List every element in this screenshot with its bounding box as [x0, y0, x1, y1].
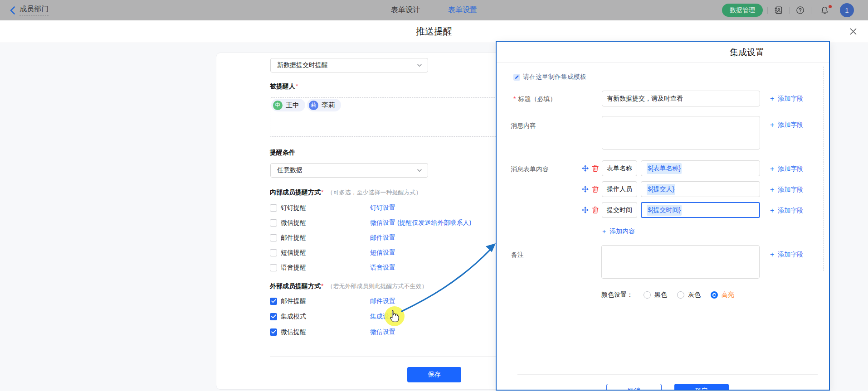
- help-icon[interactable]: [796, 6, 804, 14]
- member-avatar: 莉: [309, 101, 318, 110]
- row-actions: [582, 207, 599, 213]
- method-label: 短信提醒: [281, 249, 370, 257]
- title-field-value: 有新数据提交，请及时查看: [607, 95, 683, 103]
- method-row-email: 邮件提醒 邮件设置: [270, 234, 395, 241]
- field-token: ${提交时间}: [647, 205, 682, 216]
- integration-settings-link[interactable]: 集成设置: [370, 313, 395, 321]
- close-icon[interactable]: [847, 24, 859, 39]
- integration-checkbox[interactable]: [270, 313, 277, 320]
- add-field-link[interactable]: +添加字段: [770, 121, 803, 129]
- delete-icon[interactable]: [592, 165, 599, 172]
- wechat-settings-link[interactable]: 微信设置 (提醒仅发送给外部联系人): [370, 219, 471, 227]
- add-field-link[interactable]: +添加字段: [770, 186, 803, 194]
- integration-settings-panel: 集成设置 请在这里制作集成模板 *标题（必填） 有新数据提交，请及时查看 +添加…: [496, 41, 830, 391]
- title-field-label: *标题（必填）: [513, 95, 556, 102]
- reminded-people-label: 被提醒人*: [270, 83, 298, 90]
- modal-title: 推送提醒: [0, 20, 868, 43]
- method-label: 微信提醒: [281, 328, 370, 336]
- tab-form-design[interactable]: 表单设计: [391, 5, 420, 15]
- member-name: 王中: [286, 101, 299, 110]
- drag-move-icon[interactable]: [582, 165, 589, 172]
- form-row-value-input[interactable]: ${提交人}: [641, 181, 760, 197]
- save-button[interactable]: 保存: [407, 367, 461, 382]
- divider: [811, 7, 811, 14]
- add-field-link[interactable]: +添加字段: [770, 207, 803, 215]
- member-chip[interactable]: 莉 李莉: [307, 99, 341, 111]
- confirm-button[interactable]: 确定: [674, 384, 729, 391]
- modal-header: 推送提醒: [0, 20, 868, 43]
- wechat-checkbox[interactable]: [270, 219, 277, 227]
- divider: [789, 7, 790, 14]
- template-hint-text: 请在这里制作集成模板: [523, 73, 586, 81]
- color-setting-row: 颜色设置： 黑色 灰色 高亮: [601, 291, 734, 299]
- method-label: 邮件提醒: [281, 234, 370, 242]
- field-token: ${提交人}: [647, 184, 675, 195]
- page-body: 新数据提交时提醒 被提醒人* 中 王中 莉 李莉 提醒条件 任意数据 内部成员提…: [0, 43, 868, 391]
- remark-field-textarea[interactable]: [601, 245, 760, 279]
- sms-settings-link[interactable]: 短信设置: [370, 249, 395, 257]
- remark-field-label: 备注: [511, 251, 524, 258]
- cancel-button[interactable]: 取消: [606, 384, 662, 391]
- drag-move-icon[interactable]: [582, 186, 589, 193]
- notification-bell-icon[interactable]: [821, 6, 829, 14]
- divider: [767, 7, 768, 14]
- field-token: ${表单名称}: [647, 163, 682, 174]
- method-row-sms: 短信提醒 短信设置: [270, 249, 395, 256]
- notification-dot: [829, 5, 832, 8]
- dingtalk-settings-link[interactable]: 钉钉设置: [370, 204, 395, 212]
- add-content-link[interactable]: +添加内容: [602, 227, 635, 236]
- ext-email-settings-link[interactable]: 邮件设置: [370, 297, 395, 305]
- method-row-ext-email: 邮件提醒 邮件设置: [270, 297, 395, 305]
- color-highlight-radio[interactable]: [711, 291, 718, 299]
- form-row-key-input[interactable]: 表单名称: [602, 160, 637, 176]
- form-row-key: 提交时间: [607, 206, 632, 214]
- method-label: 集成模式: [281, 313, 370, 321]
- dingtalk-checkbox[interactable]: [270, 204, 277, 212]
- message-field-textarea[interactable]: [602, 116, 760, 150]
- avatar[interactable]: 1: [840, 3, 854, 17]
- title-field-input[interactable]: 有新数据提交，请及时查看: [602, 91, 760, 106]
- email-settings-link[interactable]: 邮件设置: [370, 234, 395, 242]
- condition-select[interactable]: 任意数据: [270, 163, 428, 178]
- form-row-value-input-focused[interactable]: ${提交时间}: [641, 202, 760, 218]
- tab-form-settings[interactable]: 表单设置: [448, 5, 477, 15]
- method-row-voice: 语音提醒 语音设置: [270, 264, 395, 271]
- form-content-label: 消息表单内容: [511, 165, 549, 173]
- email-checkbox[interactable]: [270, 234, 277, 241]
- color-gray-radio[interactable]: [677, 291, 684, 299]
- pencil-icon: [513, 74, 520, 81]
- color-gray-label: 灰色: [688, 291, 701, 299]
- form-row-key-input[interactable]: 提交时间: [602, 202, 637, 218]
- external-methods-label: 外部成员提醒方式*（若无外部成员则此提醒方式不生效）: [270, 283, 427, 290]
- voice-settings-link[interactable]: 语音设置: [370, 264, 395, 272]
- voice-checkbox[interactable]: [270, 264, 277, 271]
- internal-methods-note: （可多选，至少选择一种提醒方式）: [327, 189, 421, 196]
- form-row-value-input[interactable]: ${表单名称}: [641, 160, 760, 176]
- add-field-link[interactable]: +添加字段: [770, 251, 803, 259]
- internal-methods-label: 内部成员提醒方式*（可多选，至少选择一种提醒方式）: [270, 189, 421, 196]
- drag-move-icon[interactable]: [582, 207, 589, 213]
- form-row-key-input[interactable]: 操作人员: [602, 181, 637, 197]
- chevron-down-icon: [417, 168, 422, 173]
- external-methods-note: （若无外部成员则此提醒方式不生效）: [327, 283, 427, 290]
- member-avatar: 中: [273, 101, 283, 110]
- form-row-key: 操作人员: [607, 185, 632, 193]
- ext-wechat-checkbox[interactable]: [270, 328, 277, 336]
- delete-icon[interactable]: [592, 186, 599, 193]
- member-chip[interactable]: 中 王中: [271, 99, 305, 111]
- add-field-link[interactable]: +添加字段: [770, 95, 803, 103]
- sms-checkbox[interactable]: [270, 249, 277, 256]
- delete-icon[interactable]: [592, 207, 599, 213]
- color-setting-label: 颜色设置：: [601, 291, 633, 299]
- panel-title: 集成设置: [730, 46, 764, 59]
- ext-wechat-settings-link[interactable]: 微信设置: [370, 328, 395, 336]
- method-row-dingtalk: 钉钉提醒 钉钉设置: [270, 204, 395, 212]
- contacts-icon[interactable]: [775, 6, 782, 14]
- method-label: 语音提醒: [281, 264, 370, 272]
- ext-email-checkbox[interactable]: [270, 298, 277, 305]
- data-manage-button[interactable]: 数据管理: [722, 4, 763, 17]
- trigger-select[interactable]: 新数据提交时提醒: [270, 58, 428, 72]
- message-field-label: 消息内容: [511, 122, 536, 129]
- color-black-radio[interactable]: [644, 291, 651, 299]
- add-field-link[interactable]: +添加字段: [770, 165, 803, 173]
